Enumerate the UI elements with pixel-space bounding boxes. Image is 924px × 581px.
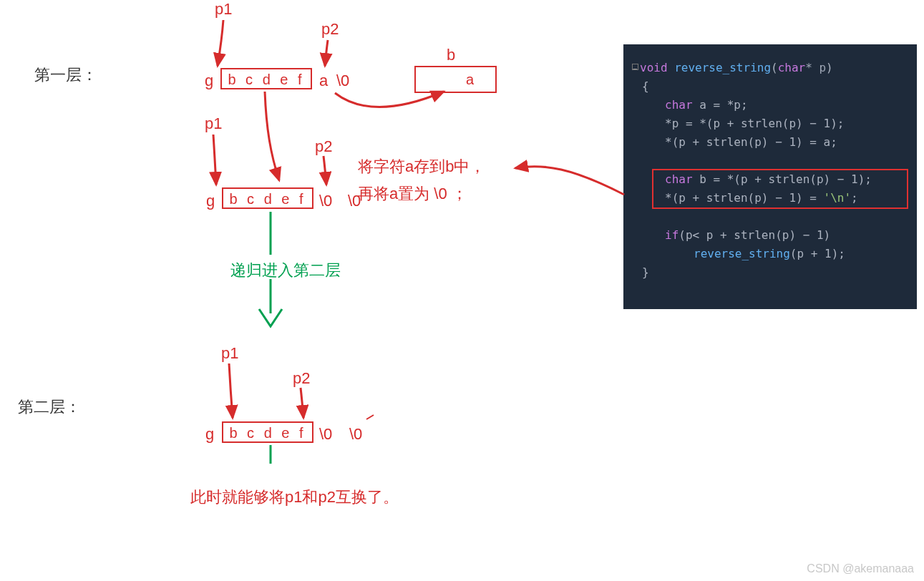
p2-label-mid: p2 (315, 137, 332, 156)
char-g-2: g (206, 192, 215, 210)
code-l3: a = *p; (693, 98, 748, 112)
bcdef-text-3: b c d e f (229, 425, 306, 441)
box-bcdef-1: b c d e f (220, 68, 312, 89)
code-l11-fn: reverse_string (694, 247, 790, 260)
code-highlight-box (652, 169, 908, 209)
tok-char-3: char (665, 98, 693, 112)
code-blank-1 (632, 152, 908, 170)
tok-void: void (640, 61, 668, 74)
p1-label-bottom: p1 (221, 344, 238, 363)
char-a-1: a (319, 72, 328, 90)
bcdef-text-2: b c d e f (229, 191, 306, 207)
swap-note-line2: 再将a置为 \0 ； (358, 183, 467, 205)
box-a-var: a (414, 66, 497, 93)
char-nul-2b: \0 (348, 192, 361, 210)
code-line-12: } (632, 263, 908, 282)
char-g-1: g (205, 72, 213, 90)
level-2-label: 第二层： (18, 396, 81, 418)
code-l11: (p + 1); (790, 247, 845, 260)
tok-param: * p (805, 61, 826, 74)
swap-note-line1: 将字符a存到b中， (358, 156, 485, 177)
char-nul-2a: \0 (319, 192, 332, 210)
code-line-1: void reverse_string(char* p) (632, 59, 908, 77)
brace-close: } (642, 265, 649, 279)
code-line-10: if(p< p + strlen(p) − 1) (632, 226, 908, 245)
tok-if: if (665, 228, 679, 242)
code-l10: (p< p + strlen(p) − 1) (679, 228, 830, 242)
tok-fn-name: reverse_string (674, 61, 771, 74)
brace-open: { (642, 79, 649, 93)
bcdef-text-1: b c d e f (228, 72, 304, 87)
final-note: 此时就能够将p1和p2互换了。 (190, 487, 399, 508)
level-1-label: 第一层： (34, 64, 97, 86)
var-a-text: a (466, 72, 474, 88)
char-g-3: g (205, 425, 214, 444)
char-nul-3a: \0 (319, 425, 332, 444)
code-line-2: { (632, 77, 908, 96)
p1-label-top: p1 (215, 0, 232, 19)
code-panel: void reverse_string(char* p) { char a = … (623, 44, 917, 309)
var-b-label: b (447, 46, 455, 64)
recurse-note: 递归进入第二层 (230, 260, 341, 281)
box-bcdef-2: b c d e f (222, 187, 313, 209)
p1-label-mid: p1 (205, 114, 222, 133)
code-line-3: char a = *p; (632, 96, 908, 114)
char-nul-3b: \0 (349, 425, 362, 444)
code-line-4: *p = *(p + strlen(p) − 1); (632, 114, 908, 133)
tok-char-1: char (778, 61, 806, 74)
p2-label-top: p2 (321, 20, 339, 39)
p2-label-bottom: p2 (293, 369, 310, 388)
char-nul-1: \0 (336, 72, 349, 90)
code-line-11: reverse_string(p + 1); (632, 245, 908, 263)
code-blank-2 (632, 208, 908, 226)
code-line-5: *(p + strlen(p) − 1) = a; (632, 133, 908, 152)
watermark: CSDN @akemanaaa (807, 562, 914, 575)
fold-icon (632, 64, 638, 70)
box-bcdef-3: b c d e f (222, 421, 313, 443)
